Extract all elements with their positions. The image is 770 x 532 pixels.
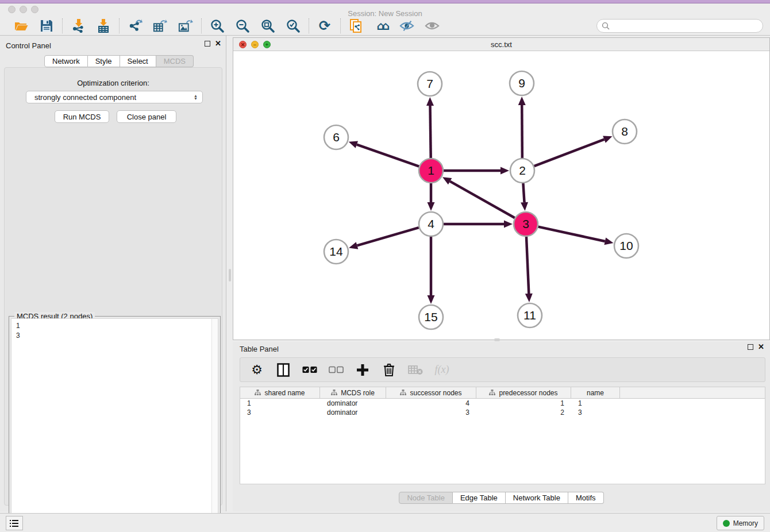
export-table-icon[interactable]	[153, 18, 168, 33]
save-icon[interactable]	[39, 18, 54, 33]
tab-network-table[interactable]: Network Table	[506, 492, 568, 504]
copy-network-icon[interactable]	[349, 18, 364, 33]
edge-1-7[interactable]	[430, 106, 431, 158]
table-row[interactable]: 1dominator411	[240, 399, 765, 408]
vertical-splitter-handle[interactable]	[494, 338, 500, 341]
edge-2-8[interactable]	[534, 140, 605, 167]
run-mcds-button[interactable]: Run MCDS	[55, 110, 109, 123]
edge-arrowhead	[349, 141, 358, 148]
open-folder-icon[interactable]	[14, 18, 29, 33]
float-panel-icon[interactable]	[205, 41, 210, 47]
table-column-headers: shared nameMCDS rolesuccessor nodesprede…	[240, 387, 765, 399]
edge-2-9[interactable]	[522, 105, 522, 158]
network-graph: 1234678910111415	[233, 51, 769, 340]
close-table-panel-icon[interactable]: ✕	[758, 344, 764, 350]
float-table-panel-icon[interactable]	[748, 344, 753, 350]
table-cell[interactable]: 3	[571, 408, 620, 417]
edge-3-11[interactable]	[526, 237, 529, 294]
export-image-icon[interactable]	[178, 18, 193, 33]
table-panel: Table Panel ✕ ⚙ f(x) shared nameMCDS rol…	[233, 342, 770, 511]
graph-node-label: 11	[523, 309, 536, 322]
edge-arrowhead	[518, 97, 526, 105]
tab-mcds[interactable]: MCDS	[156, 55, 194, 67]
column-header-label: successor nodes	[410, 389, 461, 397]
mcds-result-textarea[interactable]: 1 3	[11, 318, 218, 530]
close-panel-button[interactable]: Close panel	[117, 110, 176, 123]
column-header-predecessor-nodes[interactable]: predecessor nodes	[476, 387, 571, 398]
horizontal-splitter-handle[interactable]	[229, 269, 231, 282]
table-rows: 1dominator4113dominator323	[240, 399, 765, 417]
zoom-selected-icon[interactable]	[286, 18, 301, 33]
table-cell[interactable]: 4	[386, 399, 476, 408]
edge-3-10[interactable]	[538, 227, 605, 241]
tab-style[interactable]: Style	[88, 55, 120, 67]
edge-arrowhead	[603, 136, 612, 142]
column-header-MCDS-role[interactable]: MCDS role	[320, 387, 386, 398]
search-field[interactable]	[596, 19, 763, 33]
select-all-checkboxes-icon[interactable]	[302, 363, 317, 377]
function-builder-icon: f(x)	[434, 363, 449, 377]
show-eye-icon[interactable]	[425, 18, 440, 33]
import-network-icon[interactable]	[71, 18, 86, 33]
tab-network[interactable]: Network	[44, 55, 88, 67]
column-header-successor-nodes[interactable]: successor nodes	[386, 387, 476, 398]
edge-4-14[interactable]	[357, 228, 418, 245]
edge-arrowhead	[604, 238, 613, 245]
tab-motifs[interactable]: Motifs	[568, 492, 604, 504]
graph-node-label: 10	[619, 239, 633, 252]
dropdown-value: strongly connected component	[34, 93, 136, 102]
network-window-titlebar[interactable]: ✕ − + scc.txt	[233, 38, 769, 51]
export-network-icon[interactable]	[128, 18, 143, 33]
table-cell[interactable]: 1	[571, 399, 620, 408]
result-line: 3	[16, 331, 213, 341]
task-history-button[interactable]	[6, 516, 23, 530]
network-graph-canvas[interactable]: 1234678910111415	[233, 51, 769, 340]
deselect-checkboxes-icon[interactable]	[329, 363, 344, 377]
result-line: 1	[16, 321, 213, 331]
table-cell[interactable]: 1	[476, 399, 571, 408]
graph-node-label: 3	[522, 217, 529, 230]
edge-2-3[interactable]	[523, 183, 524, 202]
column-header-shared-name[interactable]: shared name	[240, 387, 320, 398]
split-columns-icon[interactable]	[276, 363, 291, 377]
tab-node-table[interactable]: Node Table	[399, 492, 453, 504]
memory-status-button[interactable]: Memory	[717, 516, 764, 530]
zoom-in-icon[interactable]	[210, 18, 225, 33]
zoom-fit-icon[interactable]	[260, 18, 275, 33]
hierarchy-icon	[255, 390, 261, 396]
graph-node-label: 1	[428, 164, 434, 177]
tab-select[interactable]: Select	[120, 55, 156, 67]
result-scrollbar[interactable]	[211, 319, 218, 529]
edge-arrowhead	[428, 202, 435, 211]
table-cell[interactable]: 2	[476, 408, 571, 417]
optimization-criterion-label: Optimization criterion:	[5, 79, 222, 87]
close-panel-icon[interactable]: ✕	[215, 41, 221, 47]
zoom-out-icon[interactable]	[235, 18, 250, 33]
table-cell[interactable]: dominator	[320, 399, 386, 408]
column-header-name[interactable]: name	[571, 387, 620, 398]
networks-home-icon[interactable]: ⌂⌂	[374, 18, 389, 33]
import-table-icon[interactable]	[96, 18, 111, 33]
graph-node-label: 14	[329, 245, 343, 258]
hierarchy-icon	[400, 390, 406, 396]
hierarchy-icon	[331, 390, 337, 396]
search-input[interactable]	[613, 22, 758, 30]
refresh-layout-icon[interactable]: ⟳	[317, 18, 332, 33]
edge-1-6[interactable]	[357, 145, 419, 167]
delete-trash-icon[interactable]	[382, 363, 396, 377]
add-column-icon[interactable]	[355, 363, 370, 377]
table-cell[interactable]: 3	[240, 408, 320, 417]
network-view-title: scc.txt	[233, 40, 769, 49]
node-table[interactable]: shared nameMCDS rolesuccessor nodesprede…	[240, 387, 765, 484]
mcds-tab-content: Optimization criterion: strongly connect…	[4, 67, 222, 506]
table-row[interactable]: 3dominator323	[240, 408, 765, 417]
tab-edge-table[interactable]: Edge Table	[453, 492, 506, 504]
edge-arrowhead	[349, 242, 358, 249]
hide-eye-icon[interactable]	[399, 18, 414, 33]
optimization-criterion-dropdown[interactable]: strongly connected component ▲▼	[26, 91, 203, 103]
edge-3-1[interactable]	[450, 182, 515, 218]
table-cell[interactable]: dominator	[320, 408, 386, 417]
table-cell[interactable]: 3	[386, 408, 476, 417]
gear-icon[interactable]: ⚙	[249, 363, 264, 377]
table-cell[interactable]: 1	[240, 399, 320, 408]
